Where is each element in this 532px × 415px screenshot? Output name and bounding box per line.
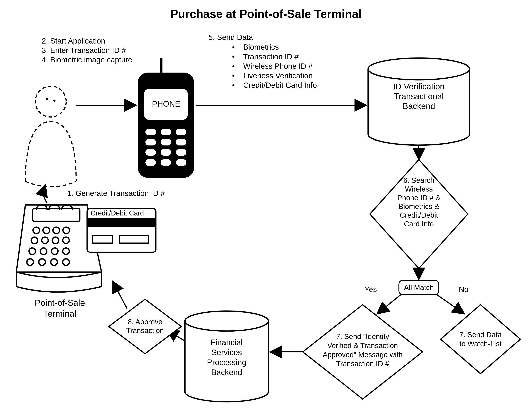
id-backend-l3: Backend xyxy=(373,101,464,111)
all-match-text: All Match xyxy=(399,283,439,292)
d6-l4: Biometrics & xyxy=(386,202,451,211)
svg-rect-11 xyxy=(176,139,186,145)
fin-l4: Backend xyxy=(192,367,261,377)
svg-point-24 xyxy=(63,227,69,234)
svg-rect-16 xyxy=(161,159,171,166)
step-2-text: 2. Start Application xyxy=(42,36,105,46)
step-4-text: 4. Biometric image capture xyxy=(42,55,132,65)
svg-rect-17 xyxy=(176,159,186,166)
fin-l1: Financial xyxy=(192,337,261,347)
financial-text: Financial Services Processing Backend xyxy=(192,337,261,377)
pos-label-l1: Point-of-Sale xyxy=(24,298,96,308)
step-5-b2: Transaction ID # xyxy=(243,52,299,61)
d8-l1: 8. Approve xyxy=(118,318,172,326)
svg-point-27 xyxy=(52,237,59,244)
diagram-canvas: Purchase at Point-of-Sale Terminal xyxy=(0,0,532,415)
svg-point-29 xyxy=(29,248,36,254)
svg-point-32 xyxy=(63,248,69,254)
d6-l3: Phone ID # & xyxy=(386,193,451,202)
fin-l2: Services xyxy=(192,347,261,357)
arrow-pos-to-person xyxy=(44,185,47,203)
svg-point-31 xyxy=(51,248,58,254)
diamond-verified-text: 7. Send "Identity Verified & Transaction… xyxy=(315,332,410,368)
step-5-b5: Credit/Debit Card Info xyxy=(243,81,317,89)
svg-point-35 xyxy=(51,259,57,265)
svg-point-34 xyxy=(39,259,45,265)
d6-l1: 6. Search xyxy=(386,176,451,185)
svg-point-33 xyxy=(27,259,33,265)
d6-l2: Wireless xyxy=(386,185,451,193)
phone-screen-label: PHONE xyxy=(152,99,180,108)
svg-rect-39 xyxy=(93,236,113,243)
step-3-text: 3. Enter Transaction ID # xyxy=(42,46,126,55)
step-5-b4: Liveness Verification xyxy=(243,71,313,80)
d8-l2: Transaction xyxy=(118,326,172,335)
svg-point-36 xyxy=(63,259,69,265)
yes-label: Yes xyxy=(364,285,377,294)
svg-rect-38 xyxy=(87,218,156,227)
svg-rect-8 xyxy=(176,129,186,135)
step-1-text: 1. Generate Transaction ID # xyxy=(67,189,165,198)
arrow-approve-to-pos xyxy=(113,281,127,308)
svg-point-2 xyxy=(53,100,56,102)
arrow-match-no xyxy=(437,295,464,314)
svg-rect-7 xyxy=(161,129,171,135)
svg-point-23 xyxy=(53,227,59,234)
diamond-search-text: 6. Search Wireless Phone ID # & Biometri… xyxy=(386,176,451,228)
svg-rect-13 xyxy=(161,149,171,156)
no-label: No xyxy=(459,285,468,294)
svg-point-21 xyxy=(33,227,39,234)
svg-point-25 xyxy=(31,237,38,244)
pos-label: Point-of-Sale Terminal xyxy=(24,298,96,319)
svg-rect-12 xyxy=(145,149,156,156)
svg-rect-20 xyxy=(33,209,80,221)
d7no-l2: to Watch-List xyxy=(451,339,510,348)
card-label: Credit/Debit Card xyxy=(91,209,144,218)
id-backend-text: ID Verification Transactional Backend xyxy=(373,82,464,111)
step-5-header: 5. Send Data xyxy=(209,33,253,42)
diamond-approve-text: 8. Approve Transaction xyxy=(118,318,172,335)
diamond-watchlist-text: 7. Send Data to Watch-List xyxy=(451,330,510,348)
d7yes-l2: Verified & Transaction xyxy=(315,341,410,350)
d7yes-l1: 7. Send "Identity xyxy=(315,332,410,341)
step-5-bullets: • Biometrics • Transaction ID # • Wirele… xyxy=(232,42,317,90)
svg-point-28 xyxy=(63,237,69,244)
phone-icon xyxy=(138,58,194,178)
svg-point-0 xyxy=(35,86,66,117)
step-5-b3: Wireless Phone ID # xyxy=(243,62,313,70)
fin-l3: Processing xyxy=(192,357,261,367)
arrow-match-yes xyxy=(377,295,401,314)
step-5-b1: Biometrics xyxy=(243,43,279,51)
person-icon xyxy=(25,86,76,187)
d7yes-l4: Transaction ID # xyxy=(315,359,410,368)
id-backend-l1: ID Verification xyxy=(373,82,464,91)
svg-point-30 xyxy=(40,248,47,254)
svg-point-1 xyxy=(46,98,48,100)
svg-rect-15 xyxy=(145,159,156,166)
svg-rect-6 xyxy=(145,129,156,135)
svg-point-22 xyxy=(43,227,49,234)
svg-rect-14 xyxy=(176,149,186,156)
d6-l6: Card Info xyxy=(386,220,451,228)
svg-rect-40 xyxy=(120,236,149,243)
d7no-l1: 7. Send Data xyxy=(451,330,510,339)
svg-rect-10 xyxy=(161,139,171,145)
svg-rect-9 xyxy=(145,139,156,145)
d7yes-l3: Approved" Message with xyxy=(315,350,410,359)
id-backend-l2: Transactional xyxy=(373,91,464,101)
pos-label-l2: Terminal xyxy=(24,308,96,319)
svg-point-26 xyxy=(42,237,48,244)
d6-l5: Credit/Debit xyxy=(386,211,451,220)
